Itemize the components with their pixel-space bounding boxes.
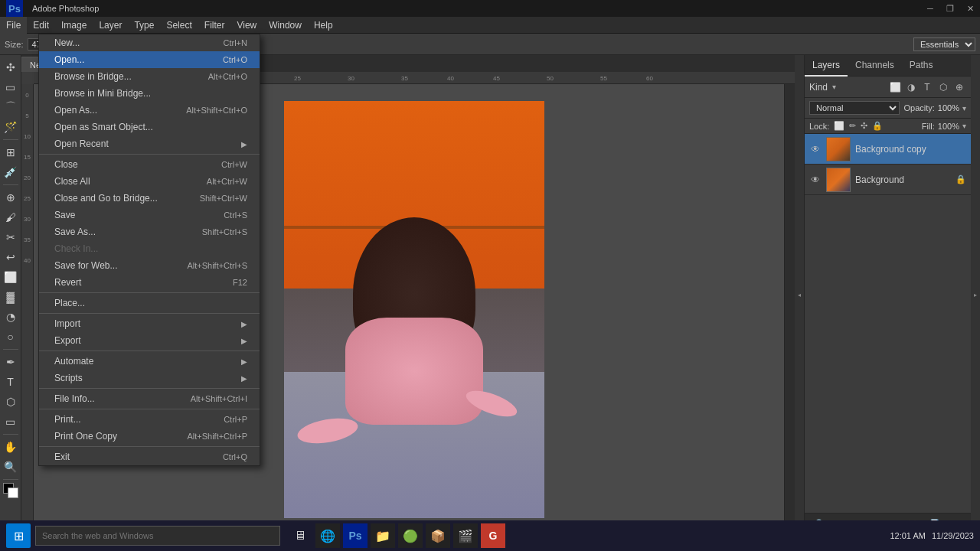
filter-smart-icon[interactable]: ⊕: [952, 80, 966, 94]
filter-shape-icon[interactable]: ⬡: [936, 80, 950, 94]
app5-icon[interactable]: 🟢: [398, 523, 423, 548]
menu-close-all[interactable]: Close All Alt+Ctrl+W: [39, 173, 260, 190]
layer-background-copy[interactable]: 👁 Background copy: [805, 134, 971, 165]
menu-help[interactable]: Help: [308, 17, 339, 34]
tab-channels[interactable]: Channels: [848, 55, 902, 77]
app8-icon[interactable]: G: [481, 523, 505, 548]
tool-marquee[interactable]: ▭: [2, 78, 20, 96]
start-button[interactable]: ⊞: [6, 523, 31, 548]
menu-save[interactable]: Save Ctrl+S: [39, 207, 260, 223]
menu-type[interactable]: Type: [128, 17, 160, 34]
tool-move[interactable]: ✣: [2, 58, 20, 77]
taskview-icon[interactable]: 🖥: [288, 523, 312, 548]
tool-lasso[interactable]: ⌒: [2, 98, 20, 116]
lock-position-icon[interactable]: ✣: [861, 121, 867, 131]
tool-eraser[interactable]: ⬜: [2, 268, 20, 286]
menu-open-as-label: Open As...: [54, 105, 97, 116]
menu-browse-mini-bridge[interactable]: Browse in Mini Bridge...: [39, 85, 260, 102]
close-button[interactable]: ✕: [960, 0, 980, 17]
menu-view[interactable]: View: [230, 17, 263, 34]
menu-filter[interactable]: Filter: [198, 17, 231, 34]
menu-file-info[interactable]: File Info... Alt+Shift+Ctrl+I: [39, 390, 260, 407]
chrome-icon[interactable]: 🌐: [315, 523, 340, 548]
menu-close-go-bridge[interactable]: Close and Go to Bridge... Shift+Ctrl+W: [39, 190, 260, 207]
menu-edit[interactable]: Edit: [27, 17, 55, 34]
menu-open-smart-object[interactable]: Open as Smart Object...: [39, 119, 260, 135]
tool-pen[interactable]: ✒: [2, 353, 20, 371]
collapse-handle[interactable]: ◂: [795, 55, 804, 534]
workspace-dropdown[interactable]: Essentials: [913, 37, 975, 51]
menu-open-label: Open...: [54, 54, 84, 65]
tool-dodge[interactable]: ○: [2, 328, 20, 346]
menu-image[interactable]: Image: [55, 17, 93, 34]
filter-type-icon[interactable]: T: [920, 80, 934, 94]
menu-automate[interactable]: Automate ▶: [39, 353, 260, 370]
folder-icon[interactable]: 📁: [371, 523, 395, 548]
menu-select[interactable]: Select: [160, 17, 198, 34]
taskbar-search[interactable]: [35, 526, 280, 546]
menu-close[interactable]: Close Ctrl+W: [39, 156, 260, 173]
scrollbar-vertical[interactable]: [784, 84, 795, 523]
menu-revert-shortcut: F12: [233, 278, 247, 287]
lock-image-icon[interactable]: ✏: [849, 121, 856, 131]
tool-history[interactable]: ↩: [2, 248, 20, 266]
tool-eyedropper[interactable]: 💉: [2, 163, 20, 181]
filter-dropdown-icon[interactable]: ▾: [832, 83, 836, 91]
menu-place[interactable]: Place...: [39, 295, 260, 311]
tool-blur[interactable]: ◔: [2, 308, 20, 326]
lock-transparent-icon[interactable]: ⬜: [834, 121, 844, 131]
tool-color[interactable]: [3, 483, 18, 498]
photoshop-taskbar-icon[interactable]: Ps: [343, 523, 368, 548]
menu-export[interactable]: Export ▶: [39, 332, 260, 349]
menu-file[interactable]: File: [0, 17, 27, 34]
menu-new[interactable]: New... Ctrl+N: [39, 34, 260, 51]
tool-zoom[interactable]: 🔍: [2, 458, 20, 476]
filter-pixel-icon[interactable]: ⬜: [888, 80, 902, 94]
menu-window[interactable]: Window: [263, 17, 308, 34]
menu-scripts[interactable]: Scripts ▶: [39, 370, 260, 386]
layer-background[interactable]: 👁 Background 🔒: [805, 165, 971, 195]
toolbar: ✣ ▭ ⌒ 🪄 ⊞ 💉 ⊕ 🖌 ✂ ↩ ⬜ ▓ ◔ ○ ✒ T ⬡ ▭ ✋ 🔍: [0, 55, 21, 534]
menu-save-as[interactable]: Save As... Shift+Ctrl+S: [39, 223, 260, 240]
menu-open[interactable]: Open... Ctrl+O: [39, 51, 260, 68]
tool-brush[interactable]: 🖌: [2, 208, 20, 227]
menu-print-one-copy[interactable]: Print One Copy Alt+Shift+Ctrl+P: [39, 428, 260, 445]
lock-all-icon[interactable]: 🔒: [872, 121, 883, 131]
opacity-dropdown-icon[interactable]: ▾: [962, 104, 966, 112]
tab-layers[interactable]: Layers: [805, 55, 848, 77]
menu-open-recent[interactable]: Open Recent ▶: [39, 135, 260, 152]
tool-stamp[interactable]: ✂: [2, 228, 20, 246]
restore-button[interactable]: ❐: [940, 0, 960, 17]
menu-print[interactable]: Print... Ctrl+P: [39, 411, 260, 428]
fill-dropdown-icon[interactable]: ▾: [962, 122, 966, 130]
menu-layer[interactable]: Layer: [93, 17, 128, 34]
menu-save-web[interactable]: Save for Web... Alt+Shift+Ctrl+S: [39, 257, 260, 274]
menu-import[interactable]: Import ▶: [39, 315, 260, 332]
tool-gradient[interactable]: ▓: [2, 288, 20, 306]
app7-icon[interactable]: 🎬: [453, 523, 478, 548]
menu-browse-bridge[interactable]: Browse in Bridge... Alt+Ctrl+O: [39, 68, 260, 85]
tool-shape[interactable]: ▭: [2, 412, 20, 431]
app6-icon[interactable]: 📦: [426, 523, 450, 548]
layer-eye-background[interactable]: 👁: [809, 174, 822, 186]
filter-adjust-icon[interactable]: ◑: [904, 80, 918, 94]
menu-import-label: Import: [54, 318, 80, 329]
minimize-button[interactable]: ─: [920, 0, 940, 17]
tool-hand[interactable]: ✋: [2, 438, 20, 456]
tool-crop[interactable]: ⊞: [2, 143, 20, 161]
menu-export-arrow: ▶: [241, 337, 247, 345]
tool-heal[interactable]: ⊕: [2, 188, 20, 207]
tool-magic-wand[interactable]: 🪄: [2, 118, 20, 136]
collapse-handle-right[interactable]: ▸: [971, 55, 980, 534]
layer-eye-background-copy[interactable]: 👁: [809, 143, 822, 155]
background-color[interactable]: [8, 487, 18, 498]
menu-open-as-shortcut: Alt+Shift+Ctrl+O: [186, 106, 247, 115]
menu-exit[interactable]: Exit Ctrl+Q: [39, 448, 260, 465]
tool-text[interactable]: T: [2, 373, 20, 391]
menu-open-as[interactable]: Open As... Alt+Shift+Ctrl+O: [39, 102, 260, 119]
tab-paths[interactable]: Paths: [902, 55, 941, 77]
panel-filter-row: Kind ▾ ⬜ ◑ T ⬡ ⊕: [805, 77, 971, 98]
menu-revert[interactable]: Revert F12: [39, 274, 260, 291]
tool-path[interactable]: ⬡: [2, 393, 20, 411]
blend-mode-dropdown[interactable]: Normal: [809, 101, 900, 115]
